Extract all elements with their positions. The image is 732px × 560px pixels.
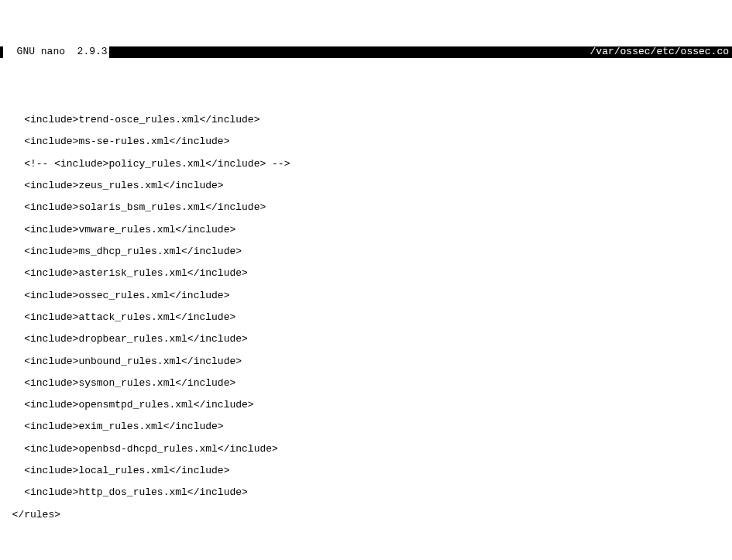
code-line: <include>ossec_rules.xml</include>	[0, 290, 732, 301]
code-line: <include>unbound_rules.xml</include>	[0, 356, 732, 366]
code-line: <include>ms_dhcp_rules.xml</include>	[0, 246, 732, 256]
nano-title: GNU nano 2.9.3	[3, 46, 109, 58]
nano-header: GNU nano 2.9.3 /var/ossec/etc/ossec.co	[0, 46, 732, 58]
code-line: <include>zeus_rules.xml</include>	[0, 180, 732, 191]
code-line: <include>trend-osce_rules.xml</include>	[0, 115, 732, 125]
code-line: <include>local_rules.xml</include>	[0, 466, 732, 476]
code-line: <include>solaris_bsm_rules.xml</include>	[0, 202, 732, 212]
code-line: <include>asterisk_rules.xml</include>	[0, 268, 732, 278]
code-line: <include>openbsd-dhcpd_rules.xml</includ…	[0, 444, 732, 454]
blank-line	[0, 93, 732, 103]
code-line: <include>exim_rules.xml</include>	[0, 421, 732, 431]
code-line: <include>http_dos_rules.xml</include>	[0, 487, 732, 497]
code-line: </rules>	[0, 510, 732, 520]
code-line: <include>attack_rules.xml</include>	[0, 312, 732, 322]
code-line: <include>sysmon_rules.xml</include>	[0, 378, 732, 388]
blank-line	[0, 531, 732, 541]
code-line: <!-- <include>policy_rules.xml</include>…	[0, 159, 732, 169]
blank-line	[0, 553, 732, 560]
nano-filepath: /var/ossec/etc/ossec.co	[590, 46, 729, 58]
editor-viewport[interactable]: <include>trend-osce_rules.xml</include> …	[0, 81, 732, 560]
code-line: <include>ms-se-rules.xml</include>	[0, 136, 732, 146]
code-line: <include>dropbear_rules.xml</include>	[0, 334, 732, 344]
code-line: <include>vmware_rules.xml</include>	[0, 225, 732, 235]
code-line: <include>opensmtpd_rules.xml</include>	[0, 400, 732, 410]
